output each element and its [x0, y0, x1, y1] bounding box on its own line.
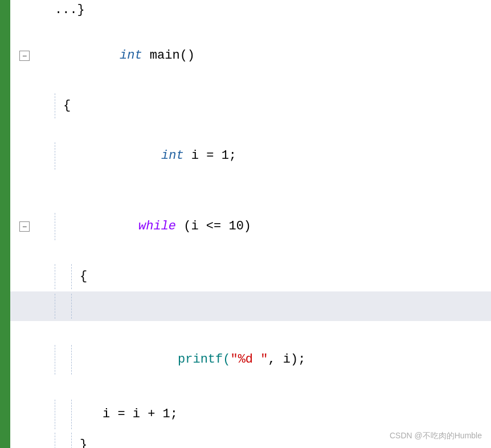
printf-args: , i);	[268, 352, 305, 367]
code-line-increment: i = i + 1;	[10, 398, 491, 430]
collapse-while-button[interactable]: −	[19, 221, 30, 232]
i-assign: i = 1;	[191, 149, 236, 163]
int-decl-text: int i = 1;	[86, 121, 236, 191]
code-line-partial: ...}	[10, 0, 491, 20]
watermark: CSDN @不吃肉的Humble	[390, 431, 482, 441]
main-parens: ()	[180, 48, 195, 63]
brace-open-2-text: {	[80, 262, 87, 291]
code-line-empty	[10, 291, 491, 321]
code-line-main-decl: − int main()	[10, 20, 491, 91]
brace-close-2-text: }	[80, 430, 87, 448]
partial-line-text: ...}	[55, 0, 85, 20]
code-line-brace-open-2: {	[10, 262, 491, 291]
green-sidebar-bar	[0, 0, 10, 448]
code-line-int-decl: int i = 1;	[10, 121, 491, 191]
main-decl-text: int main()	[44, 20, 195, 91]
kw-while: while	[138, 219, 183, 233]
kw-int2: int	[161, 149, 191, 163]
code-line-brace-open-1: {	[10, 91, 491, 121]
printf-fn: printf(	[178, 352, 230, 367]
printf-text: printf("%d ", i);	[103, 321, 305, 398]
code-line-printf: printf("%d ", i);	[10, 321, 491, 398]
editor-container: ...} − int main() {	[0, 0, 491, 448]
collapse-main-button[interactable]: −	[19, 51, 30, 61]
brace-open-1-text: {	[63, 91, 71, 121]
while-cond: (i <= 10)	[183, 219, 251, 233]
while-text: while (i <= 10)	[63, 191, 251, 262]
main-name: main	[150, 48, 180, 63]
printf-fmt: "%d "	[230, 352, 268, 367]
kw-int: int	[120, 48, 150, 63]
empty-line-text	[80, 291, 87, 321]
increment-text: i = i + 1;	[103, 398, 178, 430]
code-line-while: − while (i <= 10)	[10, 191, 491, 262]
